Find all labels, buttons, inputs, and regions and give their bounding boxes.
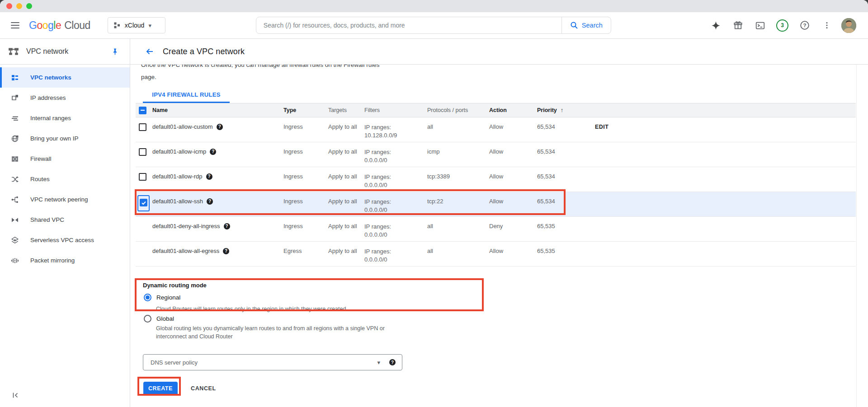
page-title: Create a VPC network — [163, 47, 245, 56]
table-row[interactable]: default01-allow-custom Ingress Apply to … — [136, 117, 856, 142]
collapse-sidebar-icon[interactable] — [9, 389, 22, 402]
help-icon[interactable] — [223, 248, 229, 254]
global-description-line-2: interconnect and Cloud Router — [156, 332, 385, 341]
sidebar-item-vpc-network-peering[interactable]: VPC network peering — [0, 189, 130, 210]
help-icon[interactable] — [224, 223, 230, 229]
column-header-priority[interactable]: Priority — [537, 107, 595, 113]
sidebar-item-serverless-vpc-access[interactable]: Serverless VPC access — [0, 230, 130, 250]
cancel-button[interactable]: CANCEL — [191, 382, 216, 395]
gemini-icon[interactable] — [705, 14, 727, 36]
rule-targets: Apply to all — [328, 142, 364, 155]
more-options-icon[interactable] — [816, 14, 838, 36]
back-arrow-icon[interactable] — [144, 46, 156, 57]
chevron-down-icon: ▾ — [148, 23, 151, 28]
rule-protocols: all — [427, 117, 489, 130]
logo-cloud-text: Cloud — [64, 19, 90, 32]
close-window-icon[interactable] — [6, 3, 12, 9]
create-button[interactable]: CREATE — [143, 382, 178, 395]
project-selector[interactable]: xCloud ▾ — [108, 17, 165, 33]
sidebar: VPC network VPC networks IP addresses In… — [0, 39, 130, 407]
radio-global-label: Global — [156, 315, 174, 322]
intro-line-2: page. — [141, 71, 380, 83]
rule-targets: Apply to all — [328, 242, 364, 254]
rule-name: default01-allow-custom — [152, 123, 213, 130]
radio-regional-label: Regional — [156, 294, 180, 301]
table-header-row: Name Type Targets Filters Protocols / po… — [136, 103, 856, 117]
page-header: Create a VPC network — [130, 39, 868, 65]
rule-protocols: tcp:3389 — [427, 167, 489, 180]
sidebar-item-routes[interactable]: Routes — [0, 169, 130, 189]
internal-ranges-icon — [11, 114, 19, 122]
row-checkbox[interactable] — [139, 148, 146, 156]
cloud-shell-icon[interactable] — [749, 14, 771, 36]
minimize-window-icon[interactable] — [16, 3, 22, 9]
table-row[interactable]: default01-deny-all-ingress Ingress Apply… — [136, 217, 856, 242]
column-header-type[interactable]: Type — [283, 107, 328, 113]
rule-filter-value: 10.128.0.0/9 — [364, 131, 427, 140]
column-header-filters[interactable]: Filters — [364, 107, 427, 113]
sidebar-item-label: Packet mirroring — [30, 257, 75, 264]
window-titlebar — [0, 0, 868, 12]
row-checkbox[interactable] — [139, 173, 146, 181]
scrollbar-gutter[interactable] — [856, 65, 868, 407]
column-header-name[interactable]: Name — [152, 107, 283, 113]
search-button-label: Search — [582, 22, 603, 29]
column-header-targets[interactable]: Targets — [328, 107, 364, 113]
radio-global[interactable]: Global — [144, 315, 174, 323]
help-icon[interactable] — [210, 149, 216, 155]
sidebar-item-shared-vpc[interactable]: Shared VPC — [0, 210, 130, 230]
vpc-network-peering-icon — [11, 196, 19, 204]
column-header-action[interactable]: Action — [489, 107, 537, 113]
sidebar-item-bring-your-own-ip[interactable]: Bring your own IP — [0, 128, 130, 149]
rule-filter-label: IP ranges: — [364, 198, 427, 206]
sidebar-item-vpc-networks[interactable]: VPC networks — [0, 67, 130, 88]
help-icon[interactable] — [217, 124, 223, 130]
menu-icon[interactable] — [5, 15, 25, 36]
row-checkbox[interactable] — [139, 123, 146, 131]
gift-icon[interactable] — [727, 14, 749, 36]
rule-priority: 65,534 — [537, 167, 595, 180]
rule-filter-label: IP ranges: — [364, 173, 427, 181]
table-row[interactable]: default01-allow-rdp Ingress Apply to all… — [136, 167, 856, 192]
rule-action: Allow — [489, 142, 537, 155]
help-icon[interactable] — [206, 173, 212, 180]
regional-description: Cloud Routers will learn routes only in … — [156, 305, 346, 313]
header-actions: 3 ? — [705, 14, 860, 36]
sidebar-item-firewall[interactable]: Firewall — [0, 149, 130, 169]
sidebar-item-ip-addresses[interactable]: IP addresses — [0, 88, 130, 108]
rule-targets: Apply to all — [328, 217, 364, 229]
search-button[interactable]: Search — [561, 17, 611, 33]
help-icon[interactable]: ? — [793, 14, 816, 36]
dns-server-policy-select[interactable]: DNS server policy ▾ — [143, 354, 402, 370]
table-row[interactable]: default01-allow-icmp Ingress Apply to al… — [136, 142, 856, 167]
select-all-checkbox[interactable] — [139, 107, 146, 114]
global-search: Search — [256, 17, 611, 34]
rule-type: Ingress — [283, 142, 328, 155]
edit-rule-button[interactable]: EDIT — [595, 124, 609, 130]
help-icon[interactable] — [389, 359, 396, 365]
sidebar-item-label: Bring your own IP — [30, 135, 79, 142]
help-icon[interactable] — [207, 198, 213, 205]
rule-type: Ingress — [283, 217, 328, 229]
maximize-window-icon[interactable] — [26, 3, 32, 9]
avatar-image — [841, 18, 856, 33]
dns-server-policy-placeholder: DNS server policy — [151, 359, 198, 366]
sidebar-item-internal-ranges[interactable]: Internal ranges — [0, 108, 130, 128]
global-description-line-1: Global routing lets you dynamically lear… — [156, 324, 385, 332]
radio-regional[interactable]: Regional — [144, 294, 180, 301]
notifications-icon[interactable]: 3 — [771, 14, 793, 36]
search-input[interactable] — [256, 22, 561, 29]
sidebar-item-label: VPC network peering — [30, 196, 88, 203]
column-header-protocols[interactable]: Protocols / ports — [427, 107, 489, 113]
pin-icon[interactable] — [111, 48, 119, 56]
row-checkbox[interactable] — [140, 199, 147, 206]
google-cloud-logo[interactable]: Google Cloud — [29, 19, 90, 32]
table-row[interactable]: default01-allow-all-egress Egress Apply … — [136, 242, 856, 267]
rule-filter-label: IP ranges: — [364, 123, 427, 131]
sidebar-item-packet-mirroring[interactable]: Packet mirroring — [0, 250, 130, 271]
rule-type: Egress — [283, 242, 328, 254]
rule-priority: 65,535 — [537, 217, 595, 229]
user-avatar[interactable] — [838, 14, 860, 36]
table-row-selected[interactable]: default01-allow-ssh Ingress Apply to all… — [136, 192, 856, 217]
tab-ipv4-firewall-rules[interactable]: IPV4 FIREWALL RULES — [143, 88, 230, 103]
